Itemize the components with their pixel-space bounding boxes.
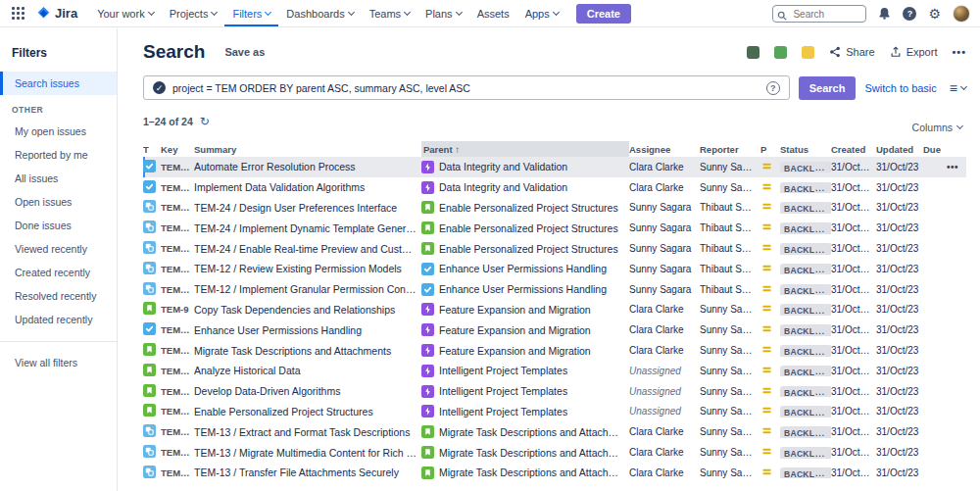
issue-key[interactable]: TEM-9: [161, 304, 194, 315]
issue-summary[interactable]: Implement Data Validation Algorithms: [194, 181, 421, 193]
share-button[interactable]: Share: [829, 46, 874, 58]
issue-key[interactable]: TEM-14: [161, 426, 194, 437]
nav-item-projects[interactable]: Projects: [162, 1, 225, 26]
issue-row[interactable]: TEM-10Automate Error Resolution ProcessD…: [143, 157, 966, 177]
issue-key[interactable]: TEM-23: [161, 386, 194, 397]
column-header-reporter[interactable]: Reporter: [700, 144, 760, 155]
parent-link[interactable]: Feature Expansion and Migration: [421, 303, 629, 316]
settings-gear-icon[interactable]: ⚙: [928, 7, 941, 21]
column-header-parent[interactable]: Parent ↑: [421, 141, 629, 157]
user-avatar[interactable]: [953, 5, 970, 23]
nav-item-your-work[interactable]: Your work: [89, 1, 162, 26]
jql-options-menu[interactable]: ≡: [950, 80, 966, 96]
parent-link[interactable]: Migrate Task Descriptions and Attachment…: [421, 425, 629, 438]
issue-key[interactable]: TEM-28: [161, 264, 194, 274]
issue-key[interactable]: TEM-12: [161, 324, 194, 335]
issue-key[interactable]: TEM-26: [161, 222, 194, 233]
column-header-p[interactable]: P: [760, 144, 780, 155]
issue-row[interactable]: TEM-28TEM-12 / Review Existing Permissio…: [143, 259, 966, 279]
parent-link[interactable]: Feature Expansion and Migration: [421, 323, 629, 336]
issue-key[interactable]: TEM-29: [161, 284, 194, 295]
issue-summary[interactable]: Develop Data-Driven Algorithms: [194, 385, 421, 397]
issue-key[interactable]: TEM-24: [161, 406, 194, 417]
jql-search-button[interactable]: Search: [799, 76, 857, 100]
row-actions-button[interactable]: •••: [947, 162, 958, 172]
issue-summary[interactable]: TEM-24 / Enable Real-time Preview and Cu…: [194, 243, 421, 255]
column-header-assignee[interactable]: Assignee: [629, 144, 700, 155]
parent-link[interactable]: Enhance User Permissions Handling: [421, 263, 629, 275]
sidebar-item-viewed-recently[interactable]: Viewed recently: [0, 237, 117, 261]
addon-icon-3[interactable]: [802, 46, 814, 59]
parent-link[interactable]: Intelligent Project Templates: [421, 405, 629, 417]
column-header-due[interactable]: Due: [923, 144, 947, 155]
column-header-status[interactable]: Status: [780, 144, 831, 155]
refresh-icon[interactable]: ↻: [200, 115, 210, 128]
issue-summary[interactable]: TEM-13 / Migrate Multimedia Content for …: [194, 447, 421, 459]
issue-key[interactable]: TEM-27: [161, 243, 194, 254]
nav-item-filters[interactable]: Filters: [224, 1, 278, 26]
issue-row[interactable]: TEM-25TEM-24 / Design User Preferences I…: [143, 198, 966, 219]
sidebar-item-created-recently[interactable]: Created recently: [0, 261, 117, 284]
issue-row[interactable]: TEM-26TEM-24 / Implement Dynamic Templat…: [143, 218, 966, 238]
sidebar-item-done-issues[interactable]: Done issues: [0, 214, 117, 237]
column-header-key[interactable]: Key: [161, 144, 194, 155]
nav-item-plans[interactable]: Plans: [417, 1, 469, 26]
issue-row[interactable]: TEM-22Analyze Historical DataIntelligent…: [143, 361, 966, 381]
notifications-bell-icon[interactable]: [878, 7, 891, 20]
issue-summary[interactable]: Automate Error Resolution Process: [194, 161, 421, 172]
parent-link[interactable]: Feature Expansion and Migration: [421, 344, 629, 357]
jql-help-icon[interactable]: ?: [766, 81, 780, 95]
nav-item-assets[interactable]: Assets: [469, 1, 517, 26]
export-button[interactable]: Export: [890, 46, 938, 58]
nav-item-dashboards[interactable]: Dashboards: [278, 1, 361, 26]
issue-row[interactable]: TEM-13Migrate Task Descriptions and Atta…: [143, 340, 966, 361]
issue-summary[interactable]: Analyze Historical Data: [194, 365, 421, 376]
nav-item-teams[interactable]: Teams: [362, 1, 417, 26]
issue-row[interactable]: TEM-11Implement Data Validation Algorith…: [143, 177, 966, 198]
parent-link[interactable]: Data Integrity and Validation: [421, 181, 629, 194]
issue-row[interactable]: TEM-16TEM-13 / Transfer File Attachments…: [143, 463, 966, 483]
jql-query-input[interactable]: ✓ project = TEM ORDER BY parent ASC, sum…: [143, 75, 790, 100]
save-as-button[interactable]: Save as: [224, 46, 265, 58]
sidebar-item-updated-recently[interactable]: Updated recently: [0, 308, 117, 331]
issue-key[interactable]: TEM-15: [161, 447, 194, 458]
app-switcher-icon[interactable]: [8, 7, 28, 20]
issue-key[interactable]: TEM-22: [161, 366, 194, 376]
addon-icon-2[interactable]: [774, 46, 787, 59]
issue-summary[interactable]: Copy Task Dependencies and Relationships: [194, 304, 421, 316]
issue-key[interactable]: TEM-13: [161, 345, 194, 356]
issue-key[interactable]: TEM-25: [161, 202, 194, 213]
parent-link[interactable]: Enable Personalized Project Structures: [421, 221, 629, 234]
sidebar-item-all-issues[interactable]: All issues: [0, 167, 117, 190]
issue-key[interactable]: TEM-11: [161, 182, 194, 193]
issue-summary[interactable]: Enhance User Permissions Handling: [194, 324, 421, 336]
issue-row[interactable]: TEM-24Enable Personalized Project Struct…: [143, 402, 966, 422]
nav-item-apps[interactable]: Apps: [517, 1, 566, 26]
sidebar-item-view-all-filters[interactable]: View all filters: [0, 351, 117, 374]
parent-link[interactable]: Enable Personalized Project Structures: [421, 242, 629, 255]
column-header-updated[interactable]: Updated: [876, 144, 923, 155]
issue-key[interactable]: TEM-10: [161, 162, 194, 172]
issue-row[interactable]: TEM-15TEM-13 / Migrate Multimedia Conten…: [143, 442, 966, 463]
addon-icon-1[interactable]: [747, 46, 760, 59]
sidebar-item-resolved-recently[interactable]: Resolved recently: [0, 284, 117, 308]
issue-summary[interactable]: TEM-13 / Extract and Format Task Descrip…: [194, 426, 421, 438]
issue-summary[interactable]: Enable Personalized Project Structures: [194, 406, 421, 417]
issue-summary[interactable]: TEM-13 / Transfer File Attachments Secur…: [194, 466, 421, 478]
jira-logo[interactable]: Jira: [30, 6, 87, 21]
sidebar-item-reported-by-me[interactable]: Reported by me: [0, 143, 117, 167]
issue-summary[interactable]: TEM-24 / Implement Dynamic Template Gene…: [194, 222, 421, 234]
more-actions-button[interactable]: •••: [952, 46, 966, 58]
issue-row[interactable]: TEM-12Enhance User Permissions HandlingF…: [143, 319, 966, 340]
issue-row[interactable]: TEM-29TEM-12 / Implement Granular Permis…: [143, 279, 966, 300]
switch-to-basic-link[interactable]: Switch to basic: [864, 82, 936, 94]
help-icon[interactable]: ?: [903, 7, 916, 21]
sidebar-item-my-open-issues[interactable]: My open issues: [0, 120, 117, 143]
issue-key[interactable]: TEM-16: [161, 467, 194, 478]
parent-link[interactable]: Migrate Task Descriptions and Attachment…: [421, 466, 629, 479]
parent-link[interactable]: Intelligent Project Templates: [421, 385, 629, 398]
parent-link[interactable]: Enable Personalized Project Structures: [421, 201, 629, 214]
columns-button[interactable]: Columns: [908, 119, 966, 136]
parent-link[interactable]: Data Integrity and Validation: [421, 161, 629, 173]
issue-summary[interactable]: Migrate Task Descriptions and Attachment…: [194, 345, 421, 357]
